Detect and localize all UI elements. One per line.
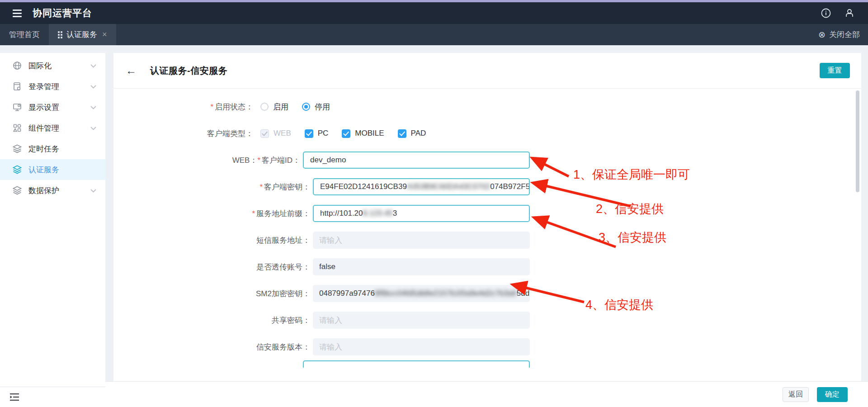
tab-bar: 管理首页认证服务× ⊗ 关闭全部 bbox=[0, 24, 868, 45]
input-是否透传账号[interactable]: false bbox=[313, 258, 530, 275]
collapse-sidebar-icon[interactable] bbox=[10, 393, 19, 401]
field-label: *启用状态： bbox=[113, 102, 253, 112]
radio-option-启用[interactable]: 启用 bbox=[260, 102, 288, 112]
checkbox-label: PAD bbox=[411, 129, 426, 138]
form-row-信安服务版本: 信安服务版本：请输入 bbox=[113, 338, 861, 355]
field-label: *客户端密钥： bbox=[113, 182, 310, 192]
form-row-启用状态: *启用状态：启用停用 bbox=[113, 98, 861, 115]
input-SM2加密密钥[interactable]: 0487997a974768f9bcc04fd5db8e2157b1f0a9e4… bbox=[313, 285, 530, 302]
user-icon[interactable] bbox=[844, 8, 854, 18]
input-value: 0487997a97476 bbox=[319, 289, 375, 298]
card-header: ← 认证服务-信安服务 重置 bbox=[113, 53, 861, 89]
checkbox-checked-icon[interactable] bbox=[305, 129, 313, 138]
return-button[interactable]: 返回 bbox=[783, 387, 809, 402]
login-manage-icon bbox=[13, 82, 22, 91]
sidebar-item-登录管理[interactable]: 登录管理 bbox=[0, 76, 105, 97]
input-value: E94FE02D1241619CB39 bbox=[320, 182, 407, 191]
sidebar-item-国际化[interactable]: 国际化 bbox=[0, 55, 105, 76]
sidebar-item-数据保护[interactable]: 数据保护 bbox=[0, 180, 105, 201]
form-row-客户端密钥: *客户端密钥：E94FE02D1241619CB39A353B9C60DA43C… bbox=[113, 178, 861, 195]
input-placeholder: 请输入 bbox=[319, 315, 342, 326]
radio-option-停用[interactable]: 停用 bbox=[302, 102, 330, 112]
form-row-短信服务地址: 短信服务地址：请输入 bbox=[113, 232, 861, 249]
globe-icon bbox=[13, 61, 22, 70]
input-共享密码[interactable]: 请输入 bbox=[313, 312, 530, 329]
layers-icon bbox=[13, 144, 22, 153]
form-row-是否透传账号: 是否透传账号：false bbox=[113, 258, 861, 275]
field-area: dev_demo bbox=[303, 151, 530, 169]
service-form: *启用状态：启用停用客户端类型：WEBPCMOBILEPADWEB：*客户端ID… bbox=[113, 98, 861, 365]
sidebar-item-label: 数据保护 bbox=[28, 185, 59, 196]
required-asterisk: * bbox=[257, 156, 260, 165]
field-area: 请输入 bbox=[313, 338, 530, 355]
chevron-down-icon bbox=[90, 186, 96, 195]
truncated-input-field[interactable] bbox=[303, 360, 530, 368]
field-area: 请输入 bbox=[313, 312, 530, 329]
input-value-redacted: 8.123.45 bbox=[363, 209, 393, 218]
content-card: ← 认证服务-信安服务 重置 *启用状态：启用停用客户端类型：WEBPCMOBI… bbox=[113, 53, 861, 381]
input-客户端密钥[interactable]: E94FE02D1241619CB39A353B9C60DA43C0702074… bbox=[313, 178, 530, 195]
sidebar-item-组件管理[interactable]: 组件管理 bbox=[0, 118, 105, 138]
input-value: 5dd9ce144 bbox=[517, 289, 530, 298]
form-row-客户端ID: WEB：*客户端ID：dev_demo bbox=[113, 151, 861, 169]
close-all-label: 关闭全部 bbox=[829, 29, 860, 40]
sidebar-item-label: 国际化 bbox=[28, 61, 52, 71]
sidebar-item-label: 定时任务 bbox=[28, 144, 59, 154]
checkbox-checked-icon[interactable] bbox=[260, 129, 269, 138]
sidebar-item-认证服务[interactable]: 认证服务 bbox=[0, 159, 105, 180]
info-icon[interactable] bbox=[821, 8, 831, 18]
vertical-scrollbar-thumb[interactable] bbox=[856, 90, 859, 192]
reset-button[interactable]: 重置 bbox=[820, 63, 850, 78]
sidebar-item-label: 组件管理 bbox=[28, 123, 59, 133]
sidebar-item-label: 认证服务 bbox=[28, 165, 59, 175]
input-客户端ID[interactable]: dev_demo bbox=[303, 151, 530, 169]
checkbox-label: MOBILE bbox=[355, 129, 384, 138]
checkbox-option-PAD[interactable]: PAD bbox=[398, 129, 426, 138]
field-area: E94FE02D1241619CB39A353B9C60DA43C0702074… bbox=[313, 178, 530, 195]
layers-icon bbox=[13, 186, 22, 195]
tab-管理首页[interactable]: 管理首页 bbox=[0, 24, 49, 45]
back-arrow-icon[interactable]: ← bbox=[126, 65, 137, 76]
field-label: SM2加密密钥： bbox=[113, 289, 310, 299]
input-服务地址前缀[interactable]: http://101.208.123.453 bbox=[313, 205, 530, 222]
components-icon bbox=[13, 123, 22, 133]
field-area: 启用停用 bbox=[260, 102, 344, 112]
radio-unchecked-icon[interactable] bbox=[260, 103, 269, 111]
field-label: 信安服务版本： bbox=[113, 342, 310, 352]
checkbox-checked-icon[interactable] bbox=[342, 129, 350, 138]
required-asterisk: * bbox=[252, 209, 255, 218]
form-row-服务地址前缀: *服务地址前缀：http://101.208.123.453 bbox=[113, 205, 861, 222]
menu-toggle-icon[interactable] bbox=[13, 9, 22, 17]
chevron-down-icon bbox=[90, 103, 96, 112]
checkbox-option-PC[interactable]: PC bbox=[305, 129, 329, 138]
sidebar-item-定时任务[interactable]: 定时任务 bbox=[0, 138, 105, 159]
close-all-icon: ⊗ bbox=[818, 29, 826, 40]
checkbox-label: WEB bbox=[274, 129, 291, 138]
checkbox-option-WEB[interactable]: WEB bbox=[260, 129, 291, 138]
sidebar: 国际化登录管理显示设置组件管理定时任务认证服务数据保护 bbox=[0, 53, 105, 407]
tab-close-icon[interactable]: × bbox=[102, 30, 107, 39]
field-label: *服务地址前缀： bbox=[113, 208, 310, 219]
input-短信服务地址[interactable]: 请输入 bbox=[313, 232, 530, 249]
field-label: 客户端类型： bbox=[113, 128, 253, 139]
checkbox-checked-icon[interactable] bbox=[398, 129, 406, 138]
sidebar-item-显示设置[interactable]: 显示设置 bbox=[0, 97, 105, 118]
field-label: 共享密码： bbox=[113, 315, 310, 326]
tab-label: 认证服务 bbox=[66, 29, 97, 40]
required-asterisk: * bbox=[259, 183, 263, 191]
field-area: WEBPCMOBILEPAD bbox=[260, 129, 439, 138]
input-value-redacted: A353B9C60DA43C0702 bbox=[407, 182, 490, 191]
radio-label: 停用 bbox=[315, 102, 330, 112]
tab-认证服务[interactable]: 认证服务× bbox=[49, 24, 116, 45]
confirm-button[interactable]: 确定 bbox=[817, 387, 848, 402]
close-all-tabs-button[interactable]: ⊗ 关闭全部 bbox=[818, 24, 860, 45]
input-信安服务版本[interactable]: 请输入 bbox=[313, 338, 530, 355]
checkbox-option-MOBILE[interactable]: MOBILE bbox=[342, 129, 384, 138]
field-label: 短信服务地址： bbox=[113, 235, 310, 246]
input-value-redacted: 8f9bcc04fd5db8e2157b1f0a9e4d2c7b3a6 bbox=[375, 289, 517, 298]
field-area: http://101.208.123.453 bbox=[313, 205, 530, 222]
checkbox-label: PC bbox=[318, 129, 329, 138]
radio-checked-icon[interactable] bbox=[302, 103, 310, 111]
sidebar-footer bbox=[0, 387, 105, 407]
input-value: 3 bbox=[393, 209, 397, 218]
